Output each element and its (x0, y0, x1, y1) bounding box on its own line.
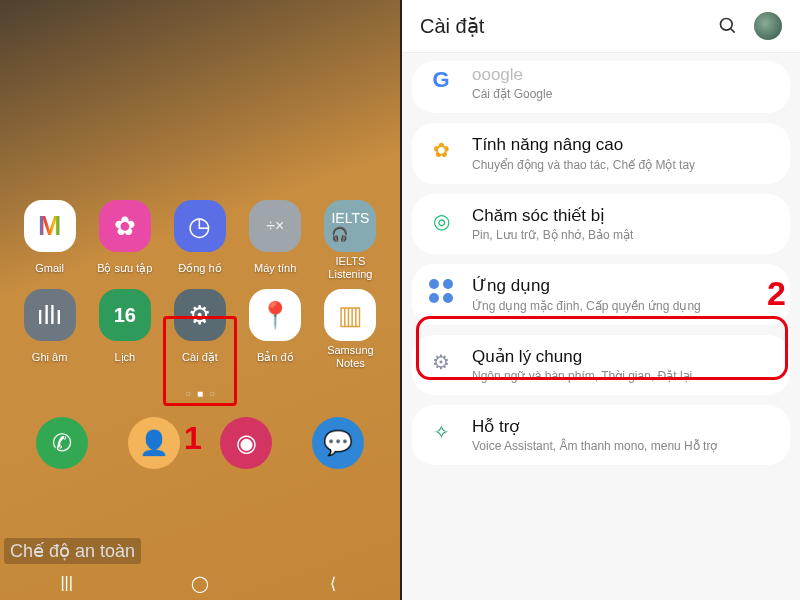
pin-icon: 📍 (249, 289, 301, 341)
nav-recents-icon[interactable]: ||| (56, 574, 78, 592)
set-google[interactable]: G ooogle Cài đặt Google (412, 61, 790, 113)
settings-item-sub: Chuyển động và thao tác, Chế độ Một tay (472, 158, 776, 172)
flower-icon: ✿ (99, 200, 151, 252)
gmail-icon: M (38, 210, 61, 242)
dock-contacts[interactable]: 👤 (128, 417, 180, 469)
svg-point-0 (721, 19, 733, 31)
nav-back-icon[interactable]: ⟨ (322, 574, 344, 593)
settings-item-sub: Voice Assistant, Âm thanh mono, menu Hỗ … (472, 439, 776, 453)
headphone-icon: IELTS🎧 (324, 200, 376, 252)
settings-item-sub: Cài đặt Google (472, 87, 776, 101)
app-label: IELTS Listening (315, 255, 386, 281)
app-label: Ghi âm (32, 344, 67, 370)
annotation-number-2: 2 (767, 274, 786, 313)
app-voice-recorder[interactable]: ıllı Ghi âm (14, 289, 85, 370)
app-label: Samsung Notes (315, 344, 386, 370)
app-samsung-notes[interactable]: ▥ Samsung Notes (315, 289, 386, 370)
dock-camera[interactable]: ◉ (220, 417, 272, 469)
svg-line-1 (731, 29, 735, 33)
profile-avatar[interactable] (754, 12, 782, 40)
settings-item-sub: Ngôn ngữ và bàn phím, Thời gian, Đặt lại (472, 369, 776, 383)
accessibility-icon: ✧ (426, 417, 456, 447)
dock-messages[interactable]: 💬 (312, 417, 364, 469)
settings-item-title: ooogle (472, 65, 776, 85)
clock-icon: ◷ (174, 200, 226, 252)
set-device-care[interactable]: ◎ Chăm sóc thiết bị Pin, Lưu trữ, Bộ nhớ… (412, 194, 790, 254)
home-screen: M Gmail ✿ Bộ sưu tập ◷ Đồng hồ ÷× Máy tí… (0, 0, 400, 600)
settings-item-title: Hỗ trợ (472, 417, 776, 437)
app-clock[interactable]: ◷ Đồng hồ (164, 200, 235, 281)
app-label: Máy tính (254, 255, 296, 281)
app-label: Đồng hồ (178, 255, 221, 281)
app-label: Cài đặt (182, 344, 218, 370)
app-gmail[interactable]: M Gmail (14, 200, 85, 281)
calendar-icon: 16 (114, 304, 136, 327)
settings-header: Cài đặt (402, 0, 800, 53)
app-label: Lịch (114, 344, 135, 370)
page-indicator: ○■○ (0, 388, 400, 399)
app-gallery[interactable]: ✿ Bộ sưu tập (89, 200, 160, 281)
settings-item-title: Chăm sóc thiết bị (472, 206, 776, 226)
app-calendar[interactable]: 16 Lịch (89, 289, 160, 370)
flower-icon: ✿ (426, 135, 456, 165)
app-calculator[interactable]: ÷× Máy tính (240, 200, 311, 281)
search-icon[interactable] (718, 16, 738, 36)
page-title: Cài đặt (420, 14, 484, 38)
annotation-number-1: 1 (184, 420, 202, 457)
sliders-icon: ⚙ (426, 347, 456, 377)
settings-screen: Cài đặt G ooogle Cài đặt Google ✿ Tính n… (402, 0, 800, 600)
app-label: Gmail (35, 255, 64, 281)
settings-item-title: Ứng dụng (472, 276, 776, 296)
notes-icon: ▥ (324, 289, 376, 341)
app-settings[interactable]: ⚙ Cài đặt (164, 289, 235, 370)
google-g-icon: G (432, 67, 449, 93)
app-ielts-listening[interactable]: IELTS🎧 IELTS Listening (315, 200, 386, 281)
settings-list: G ooogle Cài đặt Google ✿ Tính năng nâng… (402, 53, 800, 473)
device-care-icon: ◎ (426, 206, 456, 236)
dock-phone[interactable]: ✆ (36, 417, 88, 469)
nav-bar: ||| ◯ ⟨ (0, 566, 400, 600)
nav-home-icon[interactable]: ◯ (189, 574, 211, 593)
calculator-icon: ÷× (249, 200, 301, 252)
app-maps[interactable]: 📍 Bản đồ (240, 289, 311, 370)
settings-item-title: Tính năng nâng cao (472, 135, 776, 155)
set-accessibility[interactable]: ✧ Hỗ trợ Voice Assistant, Âm thanh mono,… (412, 405, 790, 465)
app-grid: M Gmail ✿ Bộ sưu tập ◷ Đồng hồ ÷× Máy tí… (0, 200, 400, 370)
set-advanced-features[interactable]: ✿ Tính năng nâng cao Chuyển động và thao… (412, 123, 790, 183)
apps-grid-icon (426, 276, 456, 306)
waveform-icon: ıllı (24, 289, 76, 341)
app-label: Bộ sưu tập (97, 255, 152, 281)
settings-item-sub: Pin, Lưu trữ, Bộ nhớ, Bảo mật (472, 228, 776, 242)
gear-icon: ⚙ (174, 289, 226, 341)
safe-mode-badge: Chế độ an toàn (4, 538, 141, 564)
set-apps[interactable]: Ứng dụng Ứng dụng mặc định, Cấp quyền ứn… (412, 264, 790, 324)
settings-item-title: Quản lý chung (472, 347, 776, 367)
set-general-management[interactable]: ⚙ Quản lý chung Ngôn ngữ và bàn phím, Th… (412, 335, 790, 395)
app-label: Bản đồ (257, 344, 294, 370)
settings-item-sub: Ứng dụng mặc định, Cấp quyền ứng dụng (472, 299, 776, 313)
